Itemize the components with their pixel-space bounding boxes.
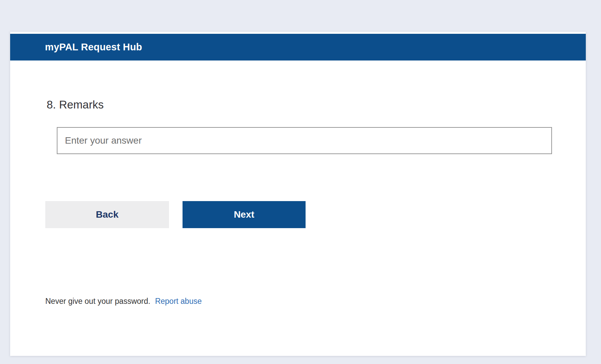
back-button[interactable]: Back <box>45 201 169 228</box>
answer-input[interactable] <box>57 127 552 154</box>
page: myPAL Request Hub 8. Remarks Back Next N… <box>0 0 601 364</box>
form-title: myPAL Request Hub <box>45 42 142 53</box>
form-header: myPAL Request Hub <box>10 34 586 60</box>
report-abuse-link[interactable]: Report abuse <box>155 297 202 306</box>
next-button[interactable]: Next <box>183 201 306 228</box>
form-card: myPAL Request Hub 8. Remarks Back Next N… <box>10 32 586 356</box>
password-notice: Never give out your password. <box>45 297 150 306</box>
form-footer: Never give out your password.Report abus… <box>45 296 202 306</box>
question-title: 8. Remarks <box>47 98 104 112</box>
